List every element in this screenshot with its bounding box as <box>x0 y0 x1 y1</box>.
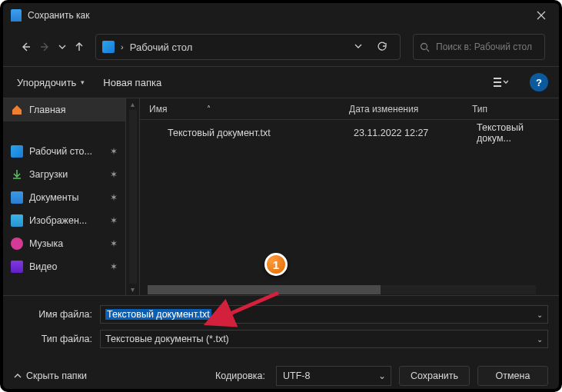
file-name: Текстовый документ.txt <box>168 128 354 138</box>
search-placeholder: Поиск в: Рабочий стол <box>436 42 532 52</box>
address-dropdown[interactable] <box>354 40 363 54</box>
sidebar-item-label: Загрузки <box>29 169 68 180</box>
column-headers: Имя ˄ Дата изменения Тип <box>140 98 559 120</box>
close-icon <box>537 11 546 20</box>
chevron-down-icon: ▾ <box>81 78 85 86</box>
organize-button[interactable]: Упорядочить ▾ <box>14 67 88 98</box>
column-type[interactable]: Тип <box>472 104 559 115</box>
sidebar-item-label: Музыка <box>29 238 63 249</box>
refresh-icon <box>377 42 387 52</box>
scroll-up-icon: ▴ <box>131 100 135 108</box>
music-icon <box>11 238 23 250</box>
encoding-value: UTF-8 <box>283 370 310 381</box>
file-pane: Имя ˄ Дата изменения Тип Текстовый докум… <box>140 98 559 295</box>
sidebar-item-downloads[interactable]: Загрузки ✶ <box>3 163 125 186</box>
svg-rect-2 <box>494 81 501 83</box>
desktop-icon <box>11 145 23 158</box>
file-date: 23.11.2022 12:27 <box>354 128 477 138</box>
column-name-label: Имя <box>149 104 167 115</box>
svg-point-0 <box>421 43 427 49</box>
pin-icon: ✶ <box>110 261 118 272</box>
sidebar-item-home[interactable]: Главная <box>3 98 125 121</box>
encoding-label: Кодировка: <box>215 370 265 381</box>
scroll-track[interactable] <box>129 110 137 284</box>
search-icon <box>420 42 430 52</box>
sidebar-item-music[interactable]: Музыка ✶ <box>3 232 125 255</box>
downloads-icon <box>11 168 23 181</box>
chevron-up-icon <box>14 372 22 380</box>
sidebar-item-label: Главная <box>29 105 66 115</box>
sidebar: Главная Рабочий сто... ✶ Загрузки ✶ Доку… <box>3 98 126 295</box>
sidebar-scrollbar[interactable]: ▴ ▾ <box>126 98 140 295</box>
arrow-left-icon <box>20 42 31 52</box>
new-folder-button[interactable]: Новая папка <box>100 67 165 98</box>
cancel-button[interactable]: Отмена <box>477 366 548 386</box>
save-button[interactable]: Сохранить <box>399 366 470 386</box>
address-bar[interactable]: › Рабочий стол <box>95 34 401 60</box>
filetype-label: Тип файла: <box>14 334 100 344</box>
notepad-icon <box>11 9 22 22</box>
svg-rect-1 <box>494 78 501 79</box>
list-view-icon <box>493 76 508 88</box>
titlebar: Сохранить как <box>3 3 559 28</box>
sidebar-item-label: Документы <box>29 192 78 203</box>
annotation-badge: 1 <box>264 253 288 276</box>
window-title: Сохранить как <box>28 10 89 21</box>
sidebar-item-label: Изображен... <box>29 215 87 226</box>
forward-button[interactable] <box>37 36 54 58</box>
scroll-down-icon: ▾ <box>131 285 135 294</box>
desktop-icon <box>102 41 115 53</box>
pin-icon: ✶ <box>110 238 118 249</box>
column-name[interactable]: Имя ˄ <box>149 104 349 115</box>
home-icon <box>11 104 23 116</box>
hide-folders-button[interactable]: Скрыть папки <box>14 370 87 381</box>
svg-rect-3 <box>494 85 501 87</box>
save-as-dialog: Сохранить как › Рабочий стол <box>0 0 562 392</box>
chevron-down-icon[interactable]: ⌄ <box>537 311 543 319</box>
sidebar-item-pictures[interactable]: Изображен... ✶ <box>3 209 125 232</box>
file-type: Текстовый докум... <box>477 122 559 144</box>
view-options-button[interactable] <box>488 70 513 95</box>
arrow-up-icon <box>74 42 85 52</box>
recent-dropdown[interactable] <box>57 36 68 58</box>
sidebar-item-label: Рабочий сто... <box>29 146 92 157</box>
table-row[interactable]: Текстовый документ.txt 23.11.2022 12:27 … <box>140 120 559 146</box>
back-button[interactable] <box>17 36 34 58</box>
form-area: Имя файла: Текстовый документ.txt ⌄ Тип … <box>3 295 559 357</box>
horizontal-scrollbar[interactable] <box>148 284 536 295</box>
chevron-down-icon <box>58 43 66 51</box>
pin-icon: ✶ <box>110 192 118 203</box>
toolbar: Упорядочить ▾ Новая папка ? <box>3 66 559 98</box>
chevron-down-icon[interactable]: ⌄ <box>537 335 543 344</box>
breadcrumb-sep: › <box>121 42 124 51</box>
sidebar-item-video[interactable]: Видео ✶ <box>3 255 125 278</box>
organize-label: Упорядочить <box>17 77 76 88</box>
close-button[interactable] <box>524 3 559 28</box>
txt-file-icon <box>149 127 161 139</box>
breadcrumb-current[interactable]: Рабочий стол <box>130 42 348 53</box>
video-icon <box>11 261 23 273</box>
filename-input[interactable]: Текстовый документ.txt ⌄ <box>100 305 548 324</box>
filename-label: Имя файла: <box>14 309 100 320</box>
help-button[interactable]: ? <box>530 73 548 91</box>
refresh-button[interactable] <box>369 34 395 60</box>
sort-asc-icon: ˄ <box>207 105 211 113</box>
column-date[interactable]: Дата изменения <box>349 104 472 115</box>
dialog-footer: Скрыть папки Кодировка: UTF-8 Сохранить … <box>3 357 559 392</box>
pin-icon: ✶ <box>110 169 118 180</box>
pin-icon: ✶ <box>110 146 118 157</box>
pin-icon: ✶ <box>110 215 118 226</box>
sidebar-item-label: Видео <box>29 261 58 272</box>
encoding-select[interactable]: UTF-8 <box>276 366 391 386</box>
filetype-value: Текстовые документы (*.txt) <box>105 334 229 344</box>
filetype-select[interactable]: Текстовые документы (*.txt) ⌄ <box>100 330 548 348</box>
search-input[interactable]: Поиск в: Рабочий стол <box>413 34 545 60</box>
up-button[interactable] <box>71 36 88 58</box>
sidebar-item-desktop[interactable]: Рабочий сто... ✶ <box>3 140 125 163</box>
chevron-down-icon <box>354 42 363 51</box>
sidebar-item-documents[interactable]: Документы ✶ <box>3 186 125 209</box>
pictures-icon <box>11 214 23 227</box>
nav-row: › Рабочий стол Поиск в: Рабочий стол <box>3 28 559 66</box>
documents-icon <box>11 191 23 204</box>
scroll-thumb[interactable] <box>148 285 381 294</box>
